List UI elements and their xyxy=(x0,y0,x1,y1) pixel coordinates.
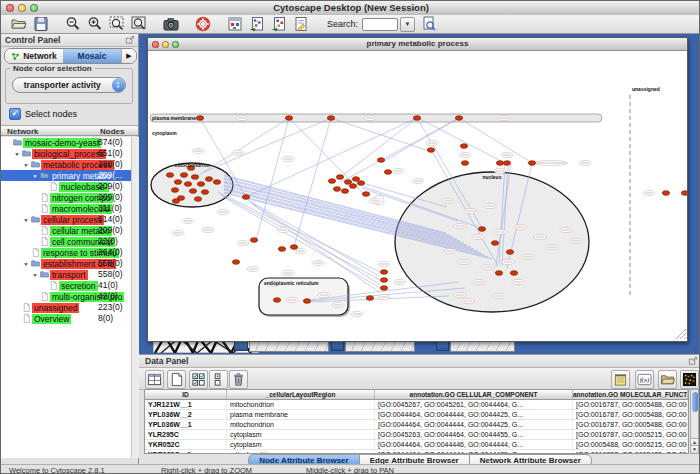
expand-triangle-icon[interactable]: ▼ xyxy=(22,217,30,222)
table-row[interactable]: YKR052Ccytoplasm[GO:0044464, GO:0044446,… xyxy=(145,440,688,450)
unselect-attributes-icon[interactable] xyxy=(209,370,228,389)
network-node[interactable] xyxy=(213,180,220,185)
delete-attribute-icon[interactable] xyxy=(229,370,248,389)
vizmapper-icon[interactable] xyxy=(227,16,243,32)
network-node[interactable] xyxy=(196,116,203,121)
help-icon[interactable] xyxy=(195,16,211,32)
network-node[interactable] xyxy=(366,296,373,301)
select-attributes-icon[interactable] xyxy=(189,370,208,389)
table-cell[interactable]: [GO:0016787, GO:0005215, GO:0003824, G..… xyxy=(573,430,688,439)
network-node[interactable] xyxy=(455,116,462,121)
network-window-title-bar[interactable]: primary metabolic process xyxy=(148,38,687,51)
import-attributes-icon[interactable] xyxy=(271,16,287,32)
network-node[interactable] xyxy=(336,175,343,180)
tree-item-secretion[interactable]: secretion41(0) xyxy=(1,280,138,291)
tree-item-nitrogen-compo[interactable]: nitrogen compo209(0) xyxy=(1,192,138,203)
search-options-icon[interactable] xyxy=(421,16,437,32)
select-all-attributes-icon[interactable] xyxy=(145,370,164,389)
network-node[interactable] xyxy=(478,227,485,232)
import-attribute-file-icon[interactable] xyxy=(658,370,677,389)
network-node[interactable] xyxy=(460,144,467,149)
network-node[interactable] xyxy=(201,190,208,195)
tree-item-biological-process[interactable]: ▼biological_process651(0) xyxy=(1,148,138,159)
tree-item-transport[interactable]: ▼transport558(0) xyxy=(1,269,138,280)
network-node[interactable] xyxy=(681,191,687,196)
table-cell[interactable]: [GO:0016787, GO:0005488, GO:0005215, G..… xyxy=(573,400,688,409)
network-node[interactable] xyxy=(197,182,204,187)
network-node[interactable] xyxy=(166,173,173,178)
annotation-icon[interactable] xyxy=(293,16,309,32)
network-node[interactable] xyxy=(250,238,257,243)
network-node[interactable] xyxy=(273,298,280,303)
network-node[interactable] xyxy=(503,161,510,166)
import-network-icon[interactable] xyxy=(249,16,265,32)
tab-mosaic[interactable]: Mosaic xyxy=(63,49,121,63)
network-node[interactable] xyxy=(352,177,359,182)
table-cell[interactable]: [GO:0045263, GO:0044464, GO:0044455, G..… xyxy=(375,430,573,439)
resize-grip-icon[interactable] xyxy=(676,329,686,339)
table-cell[interactable]: [GO:0044464, GO:0044444, GO:0044425, G..… xyxy=(375,420,573,429)
table-cell[interactable]: mitochondrion xyxy=(227,400,375,409)
network-node[interactable] xyxy=(184,182,191,187)
tab-network[interactable]: Network xyxy=(5,49,63,63)
network-node[interactable] xyxy=(278,247,285,252)
table-cell[interactable]: plasma membrane xyxy=(227,410,375,419)
tree-item-cellular-metabo[interactable]: cellular metabo209(0) xyxy=(1,225,138,236)
expand-triangle-icon[interactable]: ▼ xyxy=(31,272,39,277)
expand-triangle-icon[interactable]: ▼ xyxy=(22,162,30,167)
table-cell[interactable]: YKR052C xyxy=(145,440,227,449)
network-node[interactable] xyxy=(189,189,196,194)
table-row[interactable]: YPL036W__1mitochondrion[GO:0044464, GO:0… xyxy=(145,420,688,430)
tree-scrollbar[interactable] xyxy=(131,137,139,458)
network-node[interactable] xyxy=(242,195,249,200)
network-node[interactable] xyxy=(194,197,201,202)
float-panel-icon[interactable] xyxy=(125,35,135,45)
table-cell[interactable]: YPL036W__2 xyxy=(145,410,227,419)
network-node[interactable] xyxy=(180,173,187,178)
network-node[interactable] xyxy=(495,271,502,276)
network-node[interactable] xyxy=(362,192,369,197)
network-node[interactable] xyxy=(510,271,517,276)
tree-item-multi-organism-pro[interactable]: multi-organism pro42(0) xyxy=(1,291,138,302)
more-tabs-button[interactable]: ▶ xyxy=(121,49,136,63)
column-header[interactable]: _cellularLayoutRegion xyxy=(227,390,375,399)
open-icon[interactable] xyxy=(11,16,27,32)
network-node[interactable] xyxy=(205,177,212,182)
tree-item-response-to-stimulu[interactable]: response to stimulu264(0) xyxy=(1,247,138,258)
network-node[interactable] xyxy=(528,161,535,166)
search-dropdown-button[interactable]: ▼ xyxy=(400,17,415,32)
network-node[interactable] xyxy=(328,179,335,184)
network-node[interactable] xyxy=(171,188,178,193)
network-node[interactable] xyxy=(303,299,310,304)
attribute-table-header[interactable]: ID_cellularLayoutRegionannotation.GO CEL… xyxy=(145,390,688,400)
network-node[interactable] xyxy=(344,180,351,185)
table-cell[interactable]: YPL036W__1 xyxy=(145,420,227,429)
expand-triangle-icon[interactable]: ▼ xyxy=(31,173,39,178)
save-icon[interactable] xyxy=(33,16,49,32)
tree-item-macromolecule[interactable]: macromolecule311(0) xyxy=(1,203,138,214)
table-cell[interactable]: [GO:0044464, GO:0044444, GO:0044425, G..… xyxy=(375,410,573,419)
network-node[interactable] xyxy=(380,270,387,275)
network-canvas[interactable]: plasma membranecytoplasmmitochondrionnuc… xyxy=(148,51,687,340)
table-row[interactable]: YPL036W__2plasma membrane[GO:0044464, GO… xyxy=(145,410,688,420)
network-node[interactable] xyxy=(333,187,340,192)
network-node[interactable] xyxy=(290,245,297,250)
network-node[interactable] xyxy=(491,241,498,246)
expand-triangle-icon[interactable]: ▼ xyxy=(13,151,21,156)
table-scrollbar[interactable]: ▲ ▼ xyxy=(690,389,699,454)
network-node[interactable] xyxy=(285,116,292,121)
network-node[interactable] xyxy=(506,250,513,255)
tree-item-unassigned[interactable]: unassigned223(0) xyxy=(1,302,138,313)
column-header[interactable]: annotation.GO CELLULAR_COMPONENT xyxy=(375,390,573,399)
zoom-in-icon[interactable] xyxy=(87,16,103,32)
tree-item-primary-metabo[interactable]: ▼primary metabo209(... xyxy=(1,170,138,181)
expand-triangle-icon[interactable]: ▼ xyxy=(22,261,30,266)
network-node[interactable] xyxy=(384,170,391,175)
snapshot-icon[interactable] xyxy=(163,16,179,32)
table-cell[interactable]: [GO:0016787, GO:0005488, GO:0005215, G..… xyxy=(573,420,688,429)
tree-item-establishment-of-lo[interactable]: ▼establishment of lo558(0) xyxy=(1,258,138,269)
attribute-notes-icon[interactable] xyxy=(611,370,630,389)
table-cell[interactable]: YLR295C xyxy=(145,430,227,439)
scroll-down-button[interactable]: ▼ xyxy=(691,445,698,453)
network-node[interactable] xyxy=(357,181,364,186)
